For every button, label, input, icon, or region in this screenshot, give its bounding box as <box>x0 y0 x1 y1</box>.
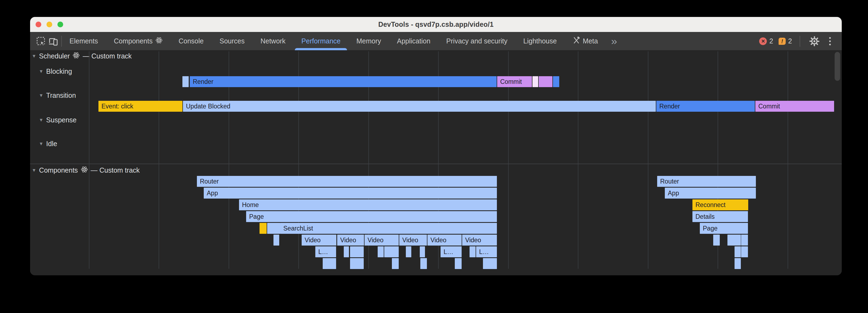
flame-bar-page[interactable]: Page <box>246 211 497 222</box>
track-header-scheduler[interactable]: ▼ Scheduler — Custom track <box>32 51 132 61</box>
flame-bar-details[interactable]: Details <box>692 211 748 222</box>
flame-bar[interactable] <box>539 76 552 87</box>
tab-privacy-and-security[interactable]: Privacy and security <box>446 32 507 50</box>
flame-bar-page[interactable]: Page <box>700 223 748 234</box>
kebab-menu-icon[interactable] <box>826 35 834 47</box>
collapse-triangle-icon: ▼ <box>39 141 43 146</box>
collapse-triangle-icon: ▼ <box>32 54 36 59</box>
tab-label: Memory <box>356 37 381 45</box>
flame-bar[interactable] <box>483 258 497 269</box>
collapse-triangle-icon: ▼ <box>32 168 36 173</box>
tab-label: Sources <box>220 37 245 45</box>
group-label-suspense[interactable]: ▼Suspense <box>39 116 76 124</box>
flame-bar[interactable] <box>470 246 475 257</box>
group-label-idle[interactable]: ▼Idle <box>39 140 57 148</box>
flame-bar-home[interactable]: Home <box>239 199 497 210</box>
collapse-triangle-icon: ▼ <box>39 93 43 98</box>
flame-bar[interactable] <box>384 246 399 257</box>
tab-network[interactable]: Network <box>260 32 285 50</box>
warning-icon: ! <box>779 38 786 45</box>
flame-bar-router[interactable]: Router <box>197 176 497 187</box>
track-name: Scheduler <box>39 52 70 60</box>
flame-bar-render[interactable]: Render <box>656 101 755 112</box>
flame-bar-video[interactable]: Video <box>302 235 336 246</box>
flame-bar-video[interactable]: Video <box>428 235 462 246</box>
tab-application[interactable]: Application <box>397 32 430 50</box>
device-toolbar-icon[interactable] <box>47 35 59 48</box>
flame-bar[interactable] <box>350 258 364 269</box>
console-errors-badge[interactable]: × 2 <box>759 37 773 45</box>
panel-tabs: ElementsComponentsConsoleSourcesNetworkP… <box>69 32 598 50</box>
track-suffix: — Custom track <box>91 166 140 174</box>
settings-gear-icon[interactable] <box>808 35 820 48</box>
flame-bar-video[interactable]: Video <box>337 235 364 246</box>
flame-bar-video[interactable]: Video <box>365 235 399 246</box>
flame-bar[interactable] <box>259 223 267 234</box>
group-label-text: Blocking <box>46 67 72 75</box>
tab-meta[interactable]: Meta <box>572 32 598 50</box>
window-title: DevTools - qsvd7p.csb.app/video/1 <box>30 17 842 32</box>
console-warnings-badge[interactable]: ! 2 <box>779 37 792 45</box>
flame-bar[interactable] <box>182 76 189 87</box>
flame-bar[interactable] <box>553 76 559 87</box>
group-label-transition[interactable]: ▼Transition <box>39 92 76 99</box>
flame-bar-commit[interactable]: Commit <box>755 101 834 112</box>
flame-bar-event-click[interactable]: Event: click <box>98 101 182 112</box>
flame-bar[interactable] <box>420 258 427 269</box>
flame-bar-searchlist[interactable]: SearchList <box>280 223 497 234</box>
tab-label: Elements <box>69 37 98 45</box>
flame-bar[interactable] <box>741 246 748 257</box>
desktop-background: { "window": { "title": "DevTools - qsvd7… <box>0 0 868 313</box>
flame-bar-video[interactable]: Video <box>399 235 427 246</box>
tools-icon <box>572 37 580 46</box>
devtools-toolbar: ElementsComponentsConsoleSourcesNetworkP… <box>30 32 842 50</box>
flame-bar-commit[interactable]: Commit <box>497 76 532 87</box>
flame-bar[interactable] <box>274 235 279 246</box>
flame-bar-update-blocked[interactable]: Update Blocked <box>183 101 656 112</box>
timeline-gridline <box>578 51 579 269</box>
flame-bar[interactable] <box>392 258 399 269</box>
flame-bar[interactable] <box>741 235 748 246</box>
react-icon <box>81 166 88 175</box>
flame-bar[interactable] <box>344 246 349 257</box>
tab-lighthouse[interactable]: Lighthouse <box>523 32 557 50</box>
error-count: 2 <box>769 37 773 45</box>
track-header-components[interactable]: ▼ Components — Custom track <box>32 166 140 175</box>
timeline-gridline <box>648 51 648 269</box>
flame-bar-l[interactable]: L… <box>315 246 336 257</box>
tab-memory[interactable]: Memory <box>356 32 381 50</box>
warning-count: 2 <box>788 37 792 45</box>
flame-bar[interactable] <box>267 223 280 234</box>
flame-bar-router[interactable]: Router <box>657 176 756 187</box>
flame-bar-l[interactable]: L… <box>440 246 462 257</box>
flame-bar-reconnect[interactable]: Reconnect <box>692 199 748 210</box>
tab-sources[interactable]: Sources <box>220 32 245 50</box>
more-tabs-icon[interactable]: » <box>611 36 617 46</box>
group-label-blocking[interactable]: ▼Blocking <box>39 67 72 75</box>
tab-elements[interactable]: Elements <box>69 32 98 50</box>
flame-bar-app[interactable]: App <box>204 188 497 199</box>
flame-bar-video[interactable]: Video <box>462 235 497 246</box>
flame-bar[interactable] <box>406 246 411 257</box>
inspect-element-icon[interactable] <box>35 35 47 48</box>
error-mark: × <box>761 38 765 44</box>
tab-console[interactable]: Console <box>179 32 204 50</box>
flame-bar[interactable] <box>713 235 720 246</box>
tab-performance[interactable]: Performance <box>301 32 340 50</box>
flame-bar-app[interactable]: App <box>665 188 756 199</box>
flame-bar[interactable] <box>735 246 741 257</box>
timeline-gridline <box>89 51 89 269</box>
flame-bar[interactable] <box>350 246 364 257</box>
flame-bar[interactable] <box>455 258 462 269</box>
scrollbar-thumb[interactable] <box>835 52 840 81</box>
flame-bar[interactable] <box>378 246 384 257</box>
flame-bar[interactable] <box>735 258 741 269</box>
flame-bar-l[interactable]: L… <box>476 246 497 257</box>
timeline-gridline <box>787 51 788 269</box>
tab-components[interactable]: Components <box>114 32 163 50</box>
flame-bar[interactable] <box>532 76 538 87</box>
flame-bar[interactable] <box>727 235 741 246</box>
flame-bar[interactable] <box>323 258 336 269</box>
flame-bar[interactable] <box>420 246 425 257</box>
flame-bar-render[interactable]: Render <box>190 76 497 87</box>
